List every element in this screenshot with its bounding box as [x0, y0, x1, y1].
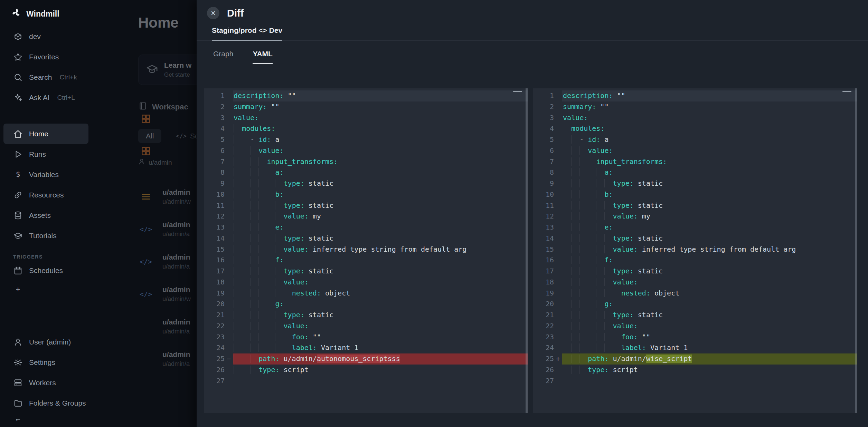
diff-sign: [225, 222, 233, 233]
sparkle-icon: [13, 93, 23, 102]
code-left: 1description: ""2summary: ""3value:4 mod…: [204, 90, 528, 386]
close-button[interactable]: ×: [207, 7, 219, 19]
code-text: type: static: [233, 233, 528, 244]
diff-sign: [554, 277, 562, 288]
code-line: 27: [533, 376, 857, 387]
sidebar-item-home[interactable]: Home: [3, 124, 88, 144]
code-text: type: static: [233, 310, 528, 321]
code-line: 8 a:: [533, 167, 857, 178]
search-icon: [13, 73, 23, 82]
code-text: type: static: [562, 266, 857, 277]
tab-graph[interactable]: Graph: [213, 50, 233, 64]
diff-sign: [554, 266, 562, 277]
sidebar-item-favorites[interactable]: Favorites: [0, 47, 92, 67]
line-number: 9: [533, 178, 554, 189]
diff-sign: [225, 156, 233, 167]
sidebar-item-assets[interactable]: Assets: [0, 205, 92, 225]
scrollbar[interactable]: [855, 88, 857, 413]
code-line: 13 e:: [533, 222, 857, 233]
diff-sign: [225, 332, 233, 343]
line-number: 6: [533, 145, 554, 156]
code-line: 14 type: static: [204, 233, 528, 244]
code-text: g:: [233, 299, 528, 310]
code-text: type: static: [562, 310, 857, 321]
sidebar-item-label: User (admin): [29, 338, 71, 346]
add-button[interactable]: +: [0, 281, 92, 298]
code-text: type: script: [562, 365, 857, 376]
code-line: 10 b:: [533, 189, 857, 200]
code-text: value:: [233, 277, 528, 288]
collapse-sidebar-button[interactable]: ←: [0, 413, 92, 426]
sidebar-item-folders-groups[interactable]: Folders & Groups: [0, 393, 92, 413]
scrollbar[interactable]: [526, 88, 528, 413]
diff-sign: [225, 288, 233, 299]
tab-yaml[interactable]: YAML: [253, 50, 273, 64]
code-text: value:: [233, 113, 528, 124]
line-number: 15: [204, 244, 225, 255]
line-number: 23: [204, 332, 225, 343]
app-name: Windmill: [26, 9, 59, 19]
sidebar-item-runs[interactable]: Runs: [0, 144, 92, 164]
code-line: 13 e:: [204, 222, 528, 233]
sidebar-item-settings[interactable]: Settings: [0, 352, 92, 372]
code-text: f:: [233, 255, 528, 266]
line-number: 15: [533, 244, 554, 255]
line-number: 10: [204, 189, 225, 200]
sidebar-item-schedules[interactable]: Schedules: [0, 260, 92, 281]
code-line: 2summary: "": [533, 101, 857, 113]
code-line: 24 label: Variant 1: [204, 342, 528, 353]
code-line: 24 label: Variant 1: [533, 342, 857, 353]
app-root: Windmill devFavoritesSearchCtrl+kAsk AIC…: [0, 0, 868, 427]
line-number: 18: [533, 277, 554, 288]
line-number: 2: [533, 101, 554, 113]
code-line: 5 - id: a: [204, 134, 528, 145]
diff-sign: [225, 113, 233, 124]
code-text: type: static: [233, 266, 528, 277]
sidebar-item-ask-ai[interactable]: Ask AICtrl+L: [0, 87, 92, 108]
code-line: 18 value:: [204, 277, 528, 288]
sidebar-item-search[interactable]: SearchCtrl+k: [0, 67, 92, 87]
code-line: 9 type: static: [533, 178, 857, 189]
code-text: input_transforms:: [562, 156, 857, 167]
code-text: foo: "": [233, 332, 528, 343]
code-line: 7 input_transforms:: [204, 156, 528, 167]
code-line: 22 value:: [533, 321, 857, 332]
drawer-header: × Diff: [197, 0, 868, 19]
code-text: type: static: [233, 200, 528, 211]
fold-region-icon[interactable]: [842, 91, 851, 92]
code-text: label: Variant 1: [233, 342, 528, 353]
diff-editor: 1description: ""2summary: ""3value:4 mod…: [204, 88, 857, 413]
sidebar-item-label: Ask AI: [29, 94, 50, 102]
sidebar-item-workers[interactable]: Workers: [0, 372, 92, 393]
line-number: 22: [533, 321, 554, 332]
diff-sign: [225, 321, 233, 332]
code-text: e:: [233, 222, 528, 233]
sidebar-item-resources[interactable]: Resources: [0, 185, 92, 205]
code-text: b:: [562, 189, 857, 200]
gear-icon: [13, 358, 23, 367]
diff-sign: [225, 299, 233, 310]
line-number: 7: [533, 156, 554, 167]
diff-editor-original[interactable]: 1description: ""2summary: ""3value:4 mod…: [204, 88, 528, 413]
diff-editor-modified[interactable]: 1description: ""2summary: ""3value:4 mod…: [533, 88, 857, 413]
sidebar-item-user-admin[interactable]: User (admin): [0, 332, 92, 352]
tab-staging-prod-dev[interactable]: Staging/prod <> Dev: [212, 26, 282, 41]
workspace-selector[interactable]: dev: [0, 26, 92, 47]
sidebar-item-variables[interactable]: $Variables: [0, 164, 92, 185]
diff-sign: [225, 365, 233, 376]
sidebar-item-label: Runs: [29, 150, 46, 158]
fold-region-icon[interactable]: [513, 91, 522, 92]
plus-icon: +: [13, 286, 23, 293]
code-text: type: static: [562, 233, 857, 244]
diff-sign: [554, 211, 562, 222]
sidebar-item-tutorials[interactable]: Tutorials: [0, 225, 92, 246]
code-text: value:: [562, 277, 857, 288]
diff-sign: [225, 266, 233, 277]
code-line: 3value:: [204, 113, 528, 124]
diff-sign: [225, 244, 233, 255]
diff-sign: [554, 134, 562, 145]
user-icon: [13, 338, 23, 347]
app-logo[interactable]: Windmill: [0, 0, 92, 26]
code-line: 25+ path: u/admin/wise_script: [533, 353, 857, 365]
line-number: 25: [204, 353, 225, 365]
